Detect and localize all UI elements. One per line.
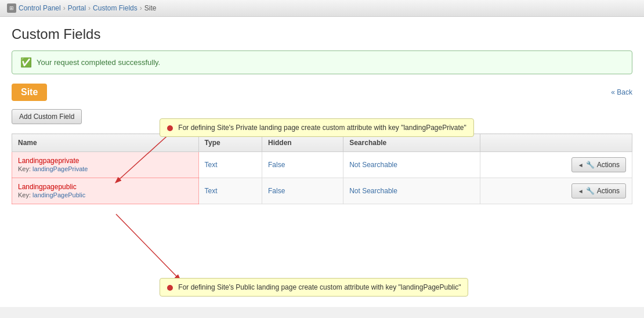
- tooltip-top: For defining Site's Private landing page…: [160, 118, 474, 137]
- field-type-cell-2: Text: [198, 178, 262, 204]
- breadcrumb-site: Site: [144, 4, 157, 12]
- field-name-main-2[interactable]: Landingpagepublic: [18, 183, 193, 191]
- actions-label-1: Actions: [597, 161, 620, 169]
- breadcrumb-sep-1: ›: [63, 4, 66, 12]
- field-key-value-1[interactable]: landingPagePrivate: [32, 165, 88, 172]
- add-custom-field-button[interactable]: Add Custom Field: [12, 109, 82, 124]
- actions-label-icon-2: 🔧: [586, 187, 595, 195]
- field-searchable-link-2[interactable]: Not Searchable: [349, 187, 397, 195]
- field-name-cell-1: Landingpageprivate Key: landingPagePriva…: [12, 152, 199, 178]
- field-name-main-1[interactable]: Landingpageprivate: [18, 157, 193, 165]
- field-key-value-2[interactable]: landingPagePublic: [32, 191, 85, 198]
- actions-button-1[interactable]: ◄ 🔧 Actions: [571, 157, 626, 172]
- field-actions-cell-2: ◄ 🔧 Actions: [480, 178, 632, 204]
- control-panel-icon: ⊞: [7, 3, 16, 13]
- main-content: Custom Fields ✅ Your request completed s…: [0, 17, 644, 307]
- page-title: Custom Fields: [12, 26, 632, 42]
- field-hidden-cell-1: False: [262, 152, 343, 178]
- success-icon: ✅: [20, 57, 32, 68]
- actions-triangle-icon-2: ◄: [578, 188, 584, 194]
- field-searchable-link-1[interactable]: Not Searchable: [349, 161, 397, 169]
- breadcrumb: ⊞ Control Panel › Portal › Custom Fields…: [0, 0, 644, 17]
- field-searchable-cell-1: Not Searchable: [343, 152, 480, 178]
- breadcrumb-control-panel[interactable]: Control Panel: [19, 4, 61, 12]
- table-row: Landingpagepublic Key: landingPagePublic…: [12, 178, 632, 204]
- breadcrumb-sep-3: ›: [140, 4, 142, 12]
- success-banner: ✅ Your request completed successfully.: [12, 50, 632, 74]
- col-header-actions: [480, 134, 632, 152]
- tooltip-top-text: For defining Site's Private landing page…: [178, 124, 466, 132]
- breadcrumb-custom-fields[interactable]: Custom Fields: [93, 4, 138, 12]
- tooltip-bottom-text: For defining Site's Public landing page …: [178, 283, 461, 291]
- tooltip-bottom: For defining Site's Public landing page …: [160, 278, 468, 297]
- field-actions-cell-1: ◄ 🔧 Actions: [480, 152, 632, 178]
- field-key-label-1: Key: landingPagePrivate: [18, 165, 88, 172]
- site-badge: Site: [12, 84, 47, 101]
- success-text: Your request completed successfully.: [37, 58, 160, 67]
- field-key-label-2: Key: landingPagePublic: [18, 191, 85, 198]
- field-hidden-cell-2: False: [262, 178, 343, 204]
- svg-line-1: [116, 214, 180, 280]
- field-type-link-2[interactable]: Text: [205, 187, 218, 195]
- tooltip-dot-top: [167, 125, 173, 131]
- actions-label-icon-1: 🔧: [586, 161, 595, 169]
- breadcrumb-sep-2: ›: [88, 4, 91, 12]
- custom-fields-table: Name Type Hidden Searchable Landingpagep…: [12, 133, 632, 204]
- field-type-cell-1: Text: [198, 152, 262, 178]
- breadcrumb-portal[interactable]: Portal: [68, 4, 86, 12]
- field-type-link-1[interactable]: Text: [205, 161, 218, 169]
- actions-triangle-icon-1: ◄: [578, 162, 584, 168]
- actions-button-2[interactable]: ◄ 🔧 Actions: [571, 183, 626, 198]
- field-searchable-cell-2: Not Searchable: [343, 178, 480, 204]
- back-link[interactable]: « Back: [611, 88, 632, 96]
- field-name-cell-2: Landingpagepublic Key: landingPagePublic: [12, 178, 199, 204]
- field-hidden-link-2[interactable]: False: [268, 187, 285, 195]
- field-hidden-link-1[interactable]: False: [268, 161, 285, 169]
- tooltip-dot-bottom: [167, 285, 173, 291]
- actions-label-2: Actions: [597, 187, 620, 195]
- table-row: Landingpageprivate Key: landingPagePriva…: [12, 152, 632, 178]
- section-header: Site « Back: [12, 84, 632, 101]
